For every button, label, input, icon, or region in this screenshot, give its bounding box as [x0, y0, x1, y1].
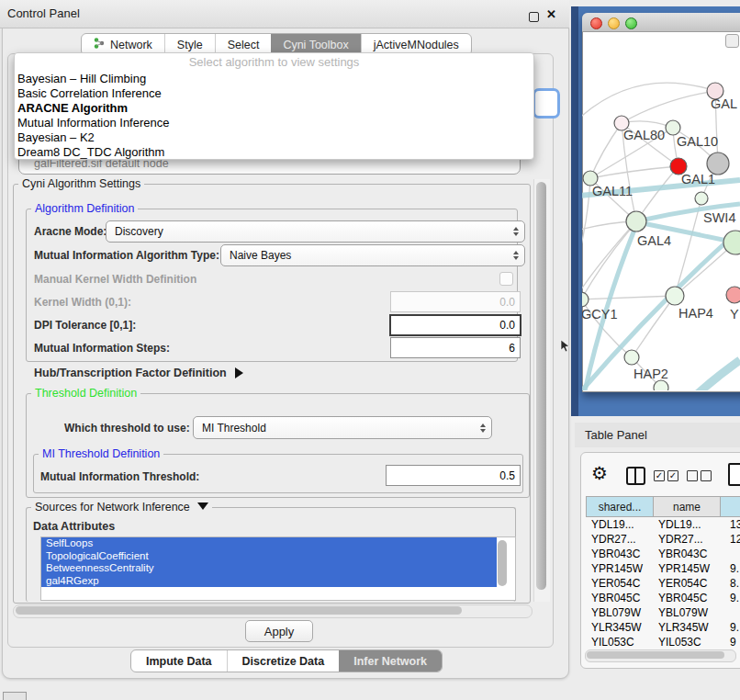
network-node-salmon-right[interactable] — [726, 287, 740, 303]
table-cell — [721, 547, 740, 561]
table-cell: YBL079W — [653, 605, 721, 620]
tab-label: Network — [110, 39, 152, 51]
network-node-SWI4[interactable] — [695, 192, 708, 205]
table-cell: YPR145W — [653, 561, 721, 576]
network-node-GAL4[interactable] — [626, 211, 646, 231]
network-node-GAL10[interactable] — [666, 120, 680, 135]
popup-item-basic-correlation[interactable]: Basic Correlation Inference — [15, 86, 533, 101]
table-cell: YBR043C — [653, 547, 721, 561]
checked-checkbox-icon[interactable]: ✓ — [654, 470, 665, 481]
table-cell: YLR345W — [586, 620, 653, 635]
table-row[interactable]: YBL079WYBL079W — [586, 605, 740, 620]
list-item-gal4rgexp[interactable]: gal4RGexp — [41, 575, 497, 588]
dpi-tolerance-input[interactable]: 0.0 — [389, 314, 521, 336]
table-cell: YBR043C — [586, 547, 653, 561]
tab-impute-data[interactable]: Impute Data — [131, 650, 227, 672]
kernel-width-label: Kernel Width (0,1): — [34, 296, 131, 309]
mi-steps-label: Mutual Information Steps: — [34, 342, 170, 355]
panel-title: Control Panel — [7, 6, 80, 20]
network-edge — [590, 166, 678, 178]
split-columns-icon[interactable] — [626, 467, 645, 485]
popup-item-dream8[interactable]: Dream8 DC_TDC Algorithm — [15, 145, 533, 160]
popup-placeholder: Select algorithm to view settings — [15, 53, 533, 72]
algorithm-dropdown-popup: Select algorithm to view settings Bayesi… — [14, 52, 534, 160]
table-row[interactable]: YPR145WYPR145W9. — [586, 561, 740, 576]
table-hscrollbar-thumb[interactable] — [587, 651, 724, 659]
unchecked-checkbox-icon[interactable] — [701, 470, 712, 481]
kernel-width-input: 0.0 — [390, 291, 521, 312]
table-row[interactable]: YLR345WYLR345W9. — [586, 620, 740, 635]
combo-stepper-icon — [513, 227, 519, 236]
apply-button[interactable]: Apply — [245, 620, 313, 642]
data-attributes-list: SelfLoops TopologicalCoefficient Between… — [40, 536, 516, 601]
column-header-cut[interactable] — [721, 496, 740, 517]
popup-item-bayesian-hill-climbing[interactable]: Bayesian – Hill Climbing — [15, 72, 533, 86]
table-row[interactable]: YER054CYER054C8. — [586, 576, 740, 591]
popup-item-mutual-information[interactable]: Mutual Information Inference — [15, 116, 533, 130]
close-icon[interactable]: ✕ — [546, 7, 556, 21]
cyni-algorithm-settings-title: Cyni Algorithm Settings — [18, 177, 144, 190]
close-traffic-light[interactable] — [590, 17, 602, 29]
network-node-GCY1[interactable] — [582, 292, 589, 307]
list-item-topologicalcoefficient[interactable]: TopologicalCoefficient — [41, 550, 497, 563]
list-scrollbar-thumb[interactable] — [498, 540, 507, 586]
table-cell: YDR27... — [586, 532, 653, 547]
table-cell: YER054C — [586, 576, 653, 591]
sources-group-title[interactable]: Sources for Network Inference — [31, 501, 212, 514]
float-window-icon[interactable] — [529, 12, 539, 22]
table-cell: 9. — [721, 620, 740, 635]
network-node-gray-node[interactable] — [707, 152, 729, 175]
table-cell: YBL079W — [586, 605, 653, 620]
network-node-HAP2[interactable] — [624, 350, 639, 365]
table-cell: 9. — [721, 561, 740, 576]
settings-vscrollbar-thumb[interactable] — [536, 182, 546, 590]
column-header-name[interactable]: name — [654, 496, 721, 517]
mi-threshold-label: Mutual Information Threshold: — [40, 470, 199, 483]
network-node-bottom-cut[interactable] — [654, 380, 668, 390]
network-node-label: GAL1 — [681, 172, 715, 186]
unchecked-checkbox-icon[interactable] — [687, 470, 698, 481]
which-threshold-combo[interactable]: MI Threshold — [193, 416, 492, 439]
manual-kernel-checkbox[interactable] — [499, 272, 513, 286]
table-row[interactable]: YDR27...YDR27...12 — [586, 532, 740, 547]
manual-kernel-label: Manual Kernel Width Definition — [34, 273, 196, 286]
list-item-selfloops[interactable]: SelfLoops — [41, 537, 497, 550]
mi-steps-input[interactable]: 6 — [390, 337, 521, 358]
column-header-shared[interactable]: shared... — [586, 496, 654, 517]
network-node-HAP4[interactable] — [666, 287, 684, 305]
network-node-label: HAP4 — [678, 306, 713, 321]
table-cell: 9 — [721, 635, 740, 649]
mouse-cursor — [560, 340, 571, 353]
collapsed-panel-button[interactable] — [3, 692, 27, 700]
list-item-betweennesscentrality[interactable]: BetweennessCentrality — [41, 562, 497, 575]
table-cell: YPR145W — [586, 561, 653, 576]
zoom-traffic-light[interactable] — [625, 17, 637, 29]
gear-icon[interactable]: ⚙ — [591, 462, 608, 484]
table-row[interactable]: YIL053CYIL053C9 — [586, 635, 740, 649]
mi-threshold-input[interactable]: 0.5 — [386, 465, 521, 486]
popup-item-aracne[interactable]: ARACNE Algorithm — [15, 101, 533, 116]
table-cell — [721, 605, 740, 620]
network-node-label: SWI4 — [703, 210, 735, 225]
document-icon[interactable] — [728, 463, 740, 486]
minimize-traffic-light[interactable] — [608, 17, 620, 29]
table-cell: 8. — [721, 576, 740, 591]
hub-definition-toggle[interactable]: Hub/Transcription Factor Definition — [34, 367, 243, 379]
table-row[interactable]: YDL19...YDL19...13 — [586, 517, 740, 532]
settings-hscrollbar-thumb[interactable] — [16, 606, 462, 615]
table-panel-header: Table Panel — [575, 423, 740, 447]
mi-type-label: Mutual Information Algorithm Type: — [34, 249, 219, 262]
combo-stepper-icon — [513, 251, 519, 260]
aracne-mode-combo[interactable]: Discovery — [106, 220, 525, 243]
checked-checkbox-icon[interactable]: ✓ — [667, 470, 678, 481]
network-svg[interactable]: GALGAL80GAL10GAL1GAL11SWI4GAL4GCY1HAP4YH… — [582, 31, 740, 390]
tab-discretize-data[interactable]: Discretize Data — [227, 650, 340, 672]
collapse-down-icon — [197, 502, 208, 510]
network-scrollbar-button[interactable] — [725, 34, 739, 48]
table-row[interactable]: YBR045CYBR045C9. — [586, 591, 740, 605]
dpi-tolerance-label: DPI Tolerance [0,1]: — [34, 319, 136, 332]
mi-type-combo[interactable]: Naive Bayes — [220, 244, 525, 266]
tab-infer-network[interactable]: Infer Network — [339, 650, 442, 672]
table-row[interactable]: YBR043CYBR043C — [586, 547, 740, 561]
popup-item-bayesian-k2[interactable]: Bayesian – K2 — [15, 130, 533, 145]
